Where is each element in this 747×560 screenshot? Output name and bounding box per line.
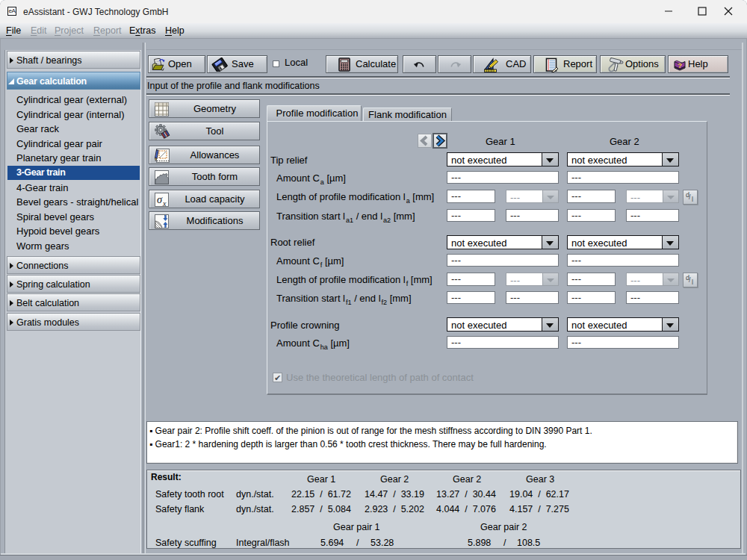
svg-text:?: ? xyxy=(678,60,682,69)
svg-text:σ: σ xyxy=(157,193,163,205)
svg-text:x: x xyxy=(162,199,167,208)
